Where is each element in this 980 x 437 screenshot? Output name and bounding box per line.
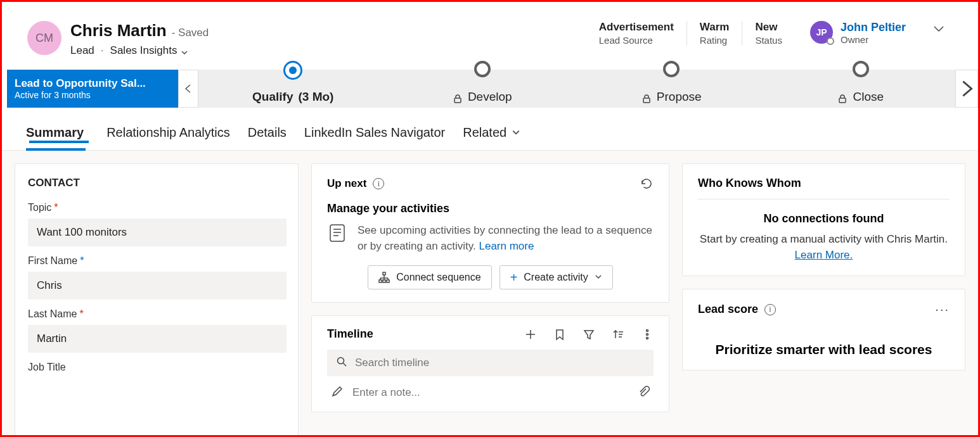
info-icon[interactable]: i <box>764 304 776 315</box>
bookmark-icon[interactable] <box>553 328 566 341</box>
more-icon[interactable]: ··· <box>935 302 950 317</box>
recommended-indicator: * <box>80 255 84 266</box>
svg-rect-3 <box>330 225 344 241</box>
record-avatar: CM <box>27 21 61 55</box>
chevron-down-icon <box>512 125 520 140</box>
timeline-note-input[interactable] <box>352 386 628 399</box>
stat-lead-source[interactable]: Advertisement Lead Source <box>586 21 687 46</box>
form-selector[interactable]: Sales Insights <box>110 44 189 57</box>
tab-relationship-analytics[interactable]: Relationship Analytics <box>106 120 230 150</box>
stat-label: Status <box>755 35 782 46</box>
tab-related[interactable]: Related <box>463 120 520 150</box>
separator-dot: · <box>101 44 104 57</box>
svg-point-24 <box>646 333 648 335</box>
stat-value: Advertisement <box>599 21 674 34</box>
last-name-input[interactable] <box>28 325 287 353</box>
stat-label: Lead Source <box>599 35 674 46</box>
owner-label: Owner <box>841 34 906 45</box>
field-label: Last Name <box>28 308 77 319</box>
stage-label: Develop <box>468 90 512 104</box>
stage-label: Close <box>853 90 884 104</box>
upnext-text: See upcoming activities by connecting th… <box>358 223 654 254</box>
timeline-search-input[interactable] <box>355 357 645 369</box>
pencil-icon <box>331 385 344 400</box>
header-stats: Advertisement Lead Source Warm Rating Ne… <box>586 21 795 46</box>
create-activity-button[interactable]: + Create activity <box>500 265 613 289</box>
field-label: Job Title <box>28 362 66 372</box>
stage-label: Qualify <box>252 90 293 104</box>
chevron-down-icon <box>595 272 602 283</box>
wkw-heading: No connections found <box>698 212 950 225</box>
timeline-search[interactable] <box>327 350 654 376</box>
svg-rect-8 <box>379 280 382 282</box>
required-indicator: * <box>54 202 58 213</box>
connect-sequence-button[interactable]: Connect sequence <box>368 265 491 289</box>
topic-input[interactable] <box>28 218 287 246</box>
required-indicator: * <box>79 308 83 319</box>
filter-icon[interactable] <box>583 328 595 341</box>
form-tabs: Summary Relationship Analytics Details L… <box>2 108 978 151</box>
tab-related-label: Related <box>463 125 506 140</box>
wkw-text: Start by creating a manual activity with… <box>698 232 950 263</box>
learn-more-link[interactable]: Learn more <box>479 240 534 252</box>
search-icon <box>336 356 347 370</box>
stat-value: Warm <box>700 21 730 34</box>
who-knows-whom-card: Who Knows Whom No connections found Star… <box>682 163 965 276</box>
process-next-button[interactable] <box>955 70 978 108</box>
svg-point-26 <box>338 358 344 364</box>
refresh-icon[interactable] <box>640 177 654 191</box>
stage-qualify[interactable]: Qualify (3 Mo) <box>198 70 388 108</box>
stat-value: New <box>755 21 782 34</box>
timeline-note-row[interactable] <box>327 376 654 400</box>
button-label: Connect sequence <box>396 272 480 283</box>
svg-rect-1 <box>643 98 650 103</box>
svg-line-27 <box>344 364 347 367</box>
wkw-desc: Start by creating a manual activity with… <box>700 233 948 245</box>
owner-block[interactable]: JP John Peltier Owner <box>795 21 906 45</box>
upnext-title: Up next <box>327 177 366 190</box>
svg-rect-9 <box>387 280 389 282</box>
sitemap-icon <box>378 272 390 283</box>
paperclip-icon[interactable] <box>637 385 650 400</box>
upnext-subtitle: Manage your activities <box>327 202 654 215</box>
lock-icon <box>837 94 848 104</box>
business-process-flow: Lead to Opportunity Sal... Active for 3 … <box>2 70 978 108</box>
first-name-input[interactable] <box>28 272 287 300</box>
stage-develop[interactable]: Develop <box>388 70 577 108</box>
field-label: Topic <box>28 202 51 213</box>
svg-marker-18 <box>584 331 593 339</box>
timeline-title: Timeline <box>327 327 373 341</box>
leadscore-heading: Prioritize smarter with lead scores <box>698 342 950 357</box>
section-title: CONTACT <box>15 164 298 202</box>
add-icon[interactable] <box>524 328 537 341</box>
tab-linkedin[interactable]: LinkedIn Sales Navigator <box>304 120 445 150</box>
process-prev-button[interactable] <box>178 70 198 108</box>
stage-close[interactable]: Close <box>766 70 956 108</box>
lock-icon <box>642 94 652 104</box>
stage-propose[interactable]: Propose <box>577 70 766 108</box>
process-duration: Active for 3 months <box>15 90 171 100</box>
wkw-learn-more-link[interactable]: Learn More. <box>795 249 853 261</box>
svg-rect-2 <box>839 98 846 103</box>
owner-initials: JP <box>816 27 827 37</box>
title-column: Chris Martin - Saved Lead · Sales Insigh… <box>70 21 209 57</box>
up-next-card: Up next i Manage your activities See upc… <box>311 163 669 303</box>
timeline-card: Timeline <box>311 315 669 412</box>
more-icon[interactable] <box>641 328 654 341</box>
stage-circle-icon <box>853 61 869 77</box>
stage-duration: (3 Mo) <box>298 90 333 104</box>
sort-icon[interactable] <box>612 328 624 341</box>
stat-rating[interactable]: Warm Rating <box>687 21 742 46</box>
info-icon[interactable]: i <box>373 178 384 189</box>
owner-name: John Peltier <box>841 21 906 34</box>
field-first-name: First Name* <box>15 255 298 308</box>
field-label: First Name <box>28 255 77 266</box>
stat-status[interactable]: New Status <box>742 21 795 46</box>
tab-details[interactable]: Details <box>248 120 287 150</box>
lead-score-card: Lead score i ··· Prioritize smarter with… <box>682 289 965 370</box>
process-header[interactable]: Lead to Opportunity Sal... Active for 3 … <box>7 70 178 108</box>
tab-summary[interactable]: Summary <box>26 120 89 150</box>
field-topic: Topic* <box>15 202 298 255</box>
button-label: Create activity <box>524 272 588 283</box>
header-expand-button[interactable] <box>931 21 946 39</box>
